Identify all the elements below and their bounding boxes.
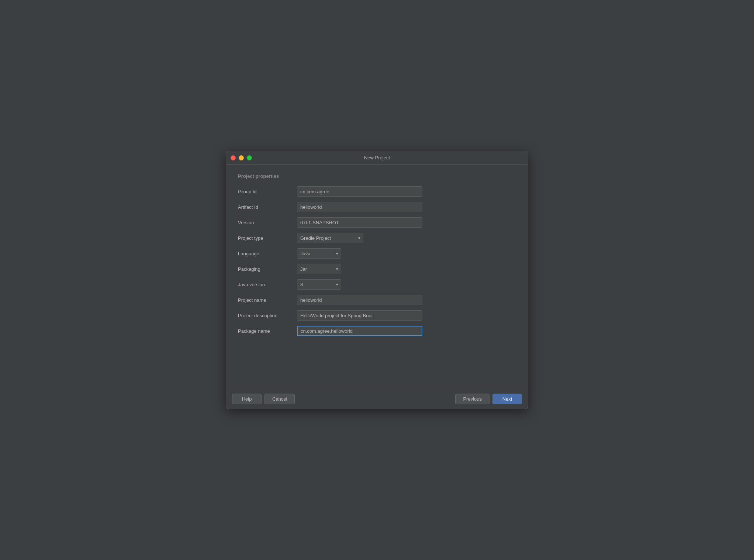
titlebar: New Project <box>226 151 528 165</box>
project-type-wrapper: Gradle Project Maven Project <box>297 233 363 243</box>
window-title: New Project <box>364 155 390 160</box>
packaging-wrapper: Jar War <box>297 264 341 274</box>
language-label: Language <box>238 251 297 256</box>
package-name-label: Package name <box>238 328 297 334</box>
project-name-row: Project name <box>238 295 516 305</box>
footer-left-buttons: Help Cancel <box>232 394 295 404</box>
project-type-select[interactable]: Gradle Project Maven Project <box>297 233 363 243</box>
group-id-input[interactable] <box>297 186 422 197</box>
footer: Help Cancel Previous Next <box>226 389 528 409</box>
project-type-row: Project type Gradle Project Maven Projec… <box>238 233 516 243</box>
language-wrapper: Java Kotlin Groovy <box>297 248 341 259</box>
previous-button[interactable]: Previous <box>455 394 490 404</box>
footer-right-buttons: Previous Next <box>455 394 522 404</box>
language-row: Language Java Kotlin Groovy <box>238 248 516 259</box>
version-input[interactable] <box>297 217 422 228</box>
artifact-id-row: Artifact Id <box>238 202 516 212</box>
version-label: Version <box>238 220 297 225</box>
version-row: Version <box>238 217 516 228</box>
packaging-select[interactable]: Jar War <box>297 264 341 274</box>
packaging-label: Packaging <box>238 266 297 272</box>
java-version-label: Java version <box>238 282 297 287</box>
next-button[interactable]: Next <box>492 394 522 404</box>
java-version-wrapper: 8 11 17 <box>297 279 341 290</box>
language-select[interactable]: Java Kotlin Groovy <box>297 248 341 259</box>
java-version-row: Java version 8 11 17 <box>238 279 516 290</box>
artifact-id-label: Artifact Id <box>238 204 297 210</box>
project-description-row: Project description <box>238 310 516 321</box>
cancel-button[interactable]: Cancel <box>264 394 295 404</box>
package-name-input[interactable] <box>297 326 422 336</box>
group-id-label: Group Id <box>238 189 297 194</box>
maximize-button[interactable] <box>247 155 252 160</box>
packaging-row: Packaging Jar War <box>238 264 516 274</box>
section-title: Project properties <box>238 173 516 179</box>
window-controls <box>231 155 252 160</box>
package-name-row: Package name <box>238 326 516 336</box>
help-button[interactable]: Help <box>232 394 262 404</box>
project-type-label: Project type <box>238 235 297 241</box>
project-description-label: Project description <box>238 313 297 318</box>
main-content: Project properties Group Id Artifact Id … <box>226 165 528 389</box>
java-version-select[interactable]: 8 11 17 <box>297 279 341 290</box>
artifact-id-input[interactable] <box>297 202 422 212</box>
project-name-input[interactable] <box>297 295 422 305</box>
close-button[interactable] <box>231 155 236 160</box>
project-name-label: Project name <box>238 297 297 303</box>
minimize-button[interactable] <box>239 155 244 160</box>
form-area: Group Id Artifact Id Version Project typ… <box>238 186 516 383</box>
project-description-input[interactable] <box>297 310 422 321</box>
new-project-dialog: New Project Project properties Group Id … <box>226 151 528 409</box>
group-id-row: Group Id <box>238 186 516 197</box>
